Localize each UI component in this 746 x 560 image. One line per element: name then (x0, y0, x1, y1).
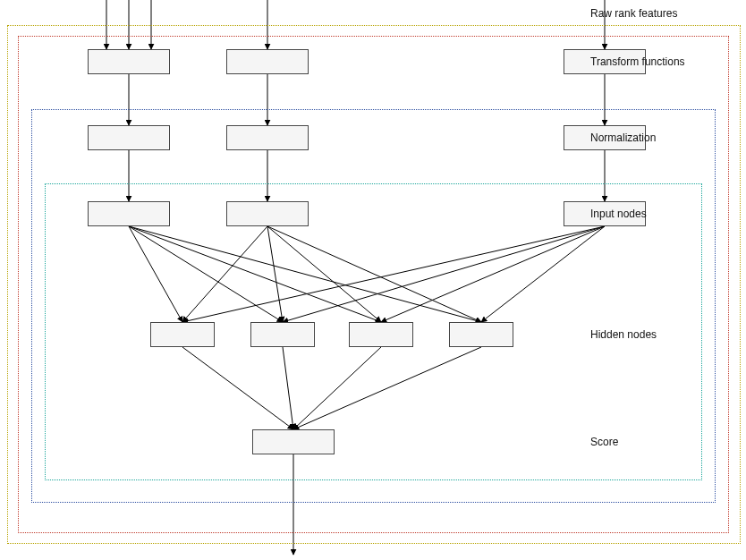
label-normalization: Normalization (590, 132, 656, 144)
svg-line-21 (381, 226, 605, 322)
normalization-node-0 (88, 125, 170, 150)
input-node-0 (88, 201, 170, 226)
svg-line-20 (283, 226, 605, 322)
svg-line-15 (182, 226, 267, 322)
svg-line-22 (481, 226, 605, 322)
svg-line-23 (182, 347, 293, 429)
hidden-node-0 (150, 322, 215, 347)
svg-line-25 (293, 347, 381, 429)
transform-node-1 (226, 49, 309, 74)
input-node-1 (226, 201, 309, 226)
svg-line-12 (129, 226, 283, 322)
diagram-canvas: Raw rank features Transform functions No… (0, 0, 746, 560)
transform-node-0 (88, 49, 170, 74)
svg-line-14 (129, 226, 481, 322)
label-raw-rank-features: Raw rank features (590, 7, 677, 20)
svg-line-17 (267, 226, 381, 322)
label-input-nodes: Input nodes (590, 208, 647, 220)
label-hidden-nodes: Hidden nodes (590, 328, 657, 341)
svg-line-18 (267, 226, 481, 322)
connections-layer (0, 0, 746, 560)
svg-line-24 (283, 347, 293, 429)
svg-line-16 (267, 226, 283, 322)
svg-line-19 (182, 226, 605, 322)
transform-boundary (18, 36, 729, 533)
outer-boundary (7, 25, 741, 544)
svg-line-11 (129, 226, 182, 322)
score-node (252, 429, 335, 454)
label-transform-functions: Transform functions (590, 55, 685, 68)
hidden-node-3 (449, 322, 513, 347)
hidden-node-1 (250, 322, 315, 347)
label-score: Score (590, 436, 618, 448)
svg-line-26 (293, 347, 481, 429)
hidden-node-2 (349, 322, 413, 347)
svg-line-13 (129, 226, 381, 322)
normalization-node-1 (226, 125, 309, 150)
